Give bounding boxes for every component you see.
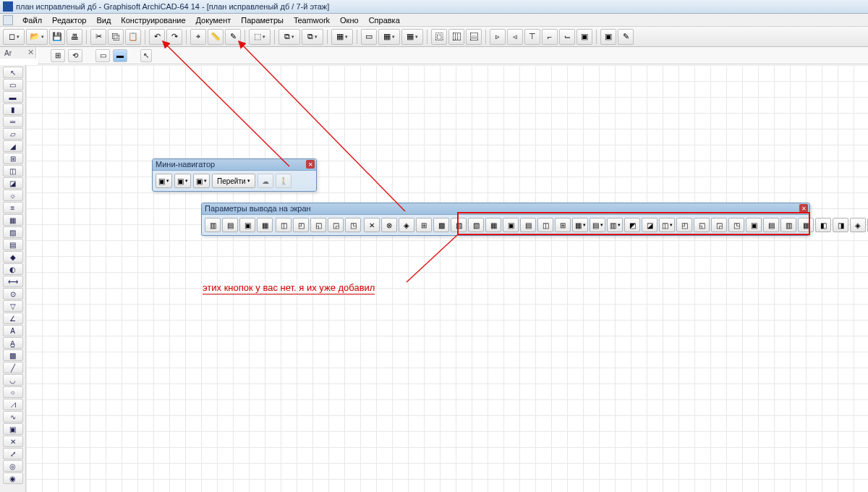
save-button[interactable]: 💾	[49, 29, 65, 45]
tool-circle[interactable]: ○	[3, 386, 23, 398]
tool-figure[interactable]: ▣	[3, 423, 23, 435]
tool-stair[interactable]: ≡	[3, 202, 23, 213]
trace-button[interactable]: ⧉	[278, 29, 300, 45]
disp-opt8[interactable]: ◲	[328, 218, 344, 232]
nav-go-button[interactable]: Перейти	[212, 174, 255, 188]
tool-morph[interactable]: ◆	[3, 251, 23, 263]
qb-blue[interactable]: ▬	[113, 49, 127, 62]
qb-insert[interactable]: ⊞	[51, 49, 65, 62]
nav-btn-2[interactable]: ▣	[174, 174, 191, 188]
undo-button[interactable]: ↶	[149, 29, 165, 45]
disp-o6[interactable]: ▨	[451, 218, 467, 232]
group-a-button[interactable]: ⬚	[249, 29, 271, 45]
tool-arc[interactable]: ◡	[3, 374, 23, 386]
tool-column[interactable]: ▮	[3, 103, 23, 115]
disp-o7[interactable]: ▧	[468, 218, 484, 232]
disp-new-3[interactable]: ◫	[537, 218, 553, 232]
disp-o2[interactable]: ⊗	[381, 218, 397, 232]
disp-o8[interactable]: ▦	[485, 218, 501, 232]
tw5-button[interactable]: ⌙	[559, 29, 575, 45]
redo-button[interactable]: ↷	[166, 29, 182, 45]
doc-tab[interactable]: Ar	[4, 49, 12, 57]
mini-navigator-palette[interactable]: Мини-навигатор ✕ ▣ ▣ ▣ Перейти ☁ 🚶	[152, 158, 317, 192]
grid-button[interactable]: ▦	[331, 29, 353, 45]
tool-fill[interactable]: ▩	[3, 349, 23, 361]
disp-opt6[interactable]: ◰	[293, 218, 309, 232]
paste-button[interactable]: 📋	[125, 29, 141, 45]
disp-new-17[interactable]: ▥	[780, 218, 796, 232]
disp-o5[interactable]: ▩	[433, 218, 449, 232]
tw1-button[interactable]: ▹	[490, 29, 506, 45]
tool-polyline[interactable]: ⩘	[3, 399, 23, 410]
menu-file[interactable]: Файл	[17, 14, 47, 26]
measure-button[interactable]: 📏	[208, 29, 224, 45]
tw2-button[interactable]: ◃	[507, 29, 523, 45]
disp-new-7[interactable]: ▥	[607, 218, 623, 232]
tool-section[interactable]: ⤢	[3, 448, 23, 459]
nav-user-icon[interactable]: ☁	[258, 174, 273, 188]
disp-opt5[interactable]: ◫	[276, 218, 292, 232]
layer1-button[interactable]: ▭	[361, 29, 377, 45]
tool-roof[interactable]: ◢	[3, 140, 23, 152]
nav-btn-3[interactable]: ▣	[193, 174, 210, 188]
tool-camera[interactable]: ◉	[3, 472, 23, 484]
menu-window[interactable]: Окно	[335, 14, 364, 26]
tool-hotspot[interactable]: ✕	[3, 436, 23, 447]
menu-design[interactable]: Конструирование	[116, 14, 190, 26]
nav-btn-1[interactable]: ▣	[156, 174, 172, 188]
disp-new-15[interactable]: ▣	[746, 218, 762, 232]
tool-text[interactable]: A	[3, 325, 23, 336]
fav-button[interactable]: ▣	[600, 29, 616, 45]
tool-object[interactable]: ◪	[3, 177, 23, 189]
tw6-button[interactable]: ▣	[576, 29, 592, 45]
disp-opt9[interactable]: ◳	[345, 218, 361, 232]
menu-edit[interactable]: Редактор	[47, 14, 91, 26]
tool-slab[interactable]: ▱	[3, 128, 23, 140]
tool-curtain[interactable]: ▤	[3, 239, 23, 250]
menu-help[interactable]: Справка	[364, 14, 405, 26]
disp-new-16[interactable]: ▤	[763, 218, 779, 232]
tab-close-icon[interactable]: ✕	[27, 48, 34, 57]
disp-new-10[interactable]: ◫	[659, 218, 675, 232]
disp-new-4[interactable]: ⊞	[555, 218, 571, 232]
disp-new-12[interactable]: ◱	[694, 218, 710, 232]
tool-window[interactable]: ⊞	[3, 153, 23, 164]
disp-new-11[interactable]: ◰	[676, 218, 692, 232]
tool-shell[interactable]: ◐	[3, 263, 23, 275]
view3-button[interactable]: ⿳	[466, 29, 482, 45]
cut-button[interactable]: ✂	[90, 29, 106, 45]
menu-options[interactable]: Параметры	[236, 14, 289, 26]
disp-new-6[interactable]: ▤	[590, 218, 605, 232]
disp-opt3[interactable]: ▣	[239, 218, 255, 232]
qb-rotate[interactable]: ⟲	[68, 49, 82, 62]
palette-close-icon[interactable]: ✕	[799, 204, 808, 213]
tool-arrow[interactable]: ↖	[3, 67, 23, 78]
disp-new-1[interactable]: ▣	[503, 218, 519, 232]
disp-new-2[interactable]: ▤	[520, 218, 536, 232]
tool-level[interactable]: ▽	[3, 300, 23, 312]
tool-beam[interactable]: ═	[3, 116, 23, 127]
disp-opt1[interactable]: ▥	[205, 218, 221, 232]
palette-title[interactable]: Параметры вывода на экран ✕	[202, 203, 809, 215]
disp-new-18[interactable]: ▦	[798, 218, 814, 232]
tool-mesh[interactable]: ▦	[3, 214, 23, 226]
mdi-icon[interactable]	[3, 15, 13, 25]
tool-spline[interactable]: ∿	[3, 411, 23, 423]
tool-radial[interactable]: ⊙	[3, 288, 23, 300]
disp-opt4[interactable]: ▦	[257, 218, 273, 232]
tool-detail[interactable]: ◎	[3, 460, 23, 472]
disp-opt7[interactable]: ◱	[310, 218, 326, 232]
tool-angle[interactable]: ∠	[3, 313, 23, 324]
layer2-button[interactable]: ▦	[378, 29, 400, 45]
tool-zone[interactable]: ▨	[3, 226, 23, 238]
tw3-button[interactable]: ⊤	[524, 29, 540, 45]
palette-title[interactable]: Мини-навигатор ✕	[153, 159, 316, 171]
disp-new-13[interactable]: ◲	[711, 218, 727, 232]
disp-o1[interactable]: ✕	[364, 218, 380, 232]
print-button[interactable]: 🖶	[67, 29, 82, 45]
tool-dim[interactable]: ⟷	[3, 276, 23, 287]
palette-close-icon[interactable]: ✕	[306, 160, 315, 169]
disp-opt2[interactable]: ▤	[222, 218, 238, 232]
nav-walk-icon[interactable]: 🚶	[276, 174, 292, 188]
tw4-button[interactable]: ⌐	[542, 29, 558, 45]
